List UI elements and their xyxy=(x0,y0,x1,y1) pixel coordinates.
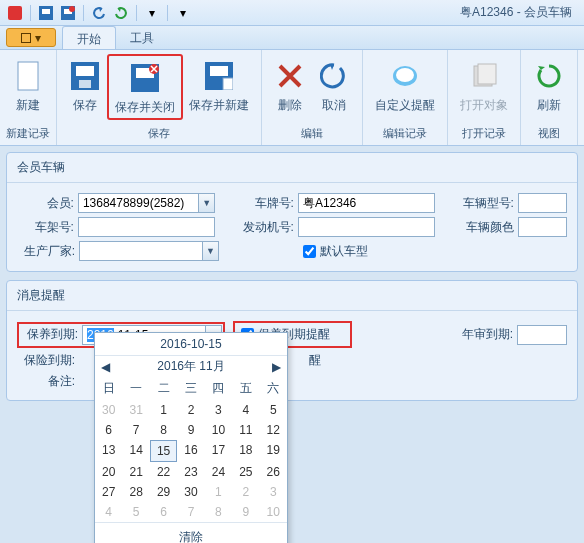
vin-input[interactable] xyxy=(79,218,214,236)
file-menu-button[interactable]: ▾ xyxy=(6,28,56,47)
maker-input[interactable] xyxy=(80,242,202,260)
calendar-day[interactable]: 2 xyxy=(177,400,204,420)
calendar-day[interactable]: 31 xyxy=(122,400,149,420)
ins-label: 保险到期: xyxy=(17,352,75,369)
qat-redo-icon[interactable] xyxy=(113,5,129,21)
ribbon-refresh-button[interactable]: 刷新 xyxy=(527,54,571,120)
save-close-icon xyxy=(129,62,161,94)
calendar-top-date: 2016-10-15 xyxy=(95,333,287,356)
vin-label: 车架号: xyxy=(17,219,74,236)
calendar-day[interactable]: 3 xyxy=(205,400,232,420)
calendar-day[interactable]: 4 xyxy=(95,502,122,522)
qat-dropdown-icon[interactable]: ▾ xyxy=(144,5,160,21)
calendar-day[interactable]: 30 xyxy=(177,482,204,502)
color-input[interactable] xyxy=(519,218,566,236)
calendar-day[interactable]: 7 xyxy=(177,502,204,522)
calendar-day[interactable]: 28 xyxy=(122,482,149,502)
calendar-day[interactable]: 27 xyxy=(95,482,122,502)
calendar-day[interactable]: 3 xyxy=(260,482,287,502)
ribbon-open-button: 打开对象 xyxy=(454,54,514,120)
calendar-day[interactable]: 8 xyxy=(150,420,177,440)
calendar-day[interactable]: 7 xyxy=(122,420,149,440)
calendar-day[interactable]: 9 xyxy=(232,502,259,522)
ribbon-group-title: 保存 xyxy=(57,124,261,145)
calendar-day[interactable]: 17 xyxy=(205,440,232,462)
qat-undo-icon[interactable] xyxy=(91,5,107,21)
member-dropdown-icon[interactable]: ▼ xyxy=(198,194,214,212)
ribbon-label: 自定义提醒 xyxy=(375,98,435,112)
maker-combo[interactable]: ▼ xyxy=(79,241,219,261)
calendar-day[interactable]: 9 xyxy=(177,420,204,440)
calendar-day[interactable]: 6 xyxy=(150,502,177,522)
calendar-day[interactable]: 5 xyxy=(122,502,149,522)
calendar-day[interactable]: 15 xyxy=(150,440,177,462)
delete-icon xyxy=(274,60,306,92)
date-picker-popup: 2016-10-15 ◀ 2016年 11月 ▶ 日一二三四五六30311234… xyxy=(94,332,288,543)
qat-save-close-icon[interactable] xyxy=(60,5,76,21)
model-label: 车辆型号: xyxy=(445,195,514,212)
plate-input[interactable] xyxy=(299,194,434,212)
calendar-day[interactable]: 10 xyxy=(205,420,232,440)
calendar-next-icon[interactable]: ▶ xyxy=(272,360,281,374)
calendar-day[interactable]: 30 xyxy=(95,400,122,420)
calendar-day[interactable]: 6 xyxy=(95,420,122,440)
maker-dropdown-icon[interactable]: ▼ xyxy=(202,242,218,260)
section-reminder: 消息提醒 保养到期: 2016-11-15 ▼ 保养到期提醒 年审到期: xyxy=(6,280,578,401)
calendar-day[interactable]: 11 xyxy=(232,420,259,440)
ribbon-delete-button[interactable]: 删除 xyxy=(268,54,312,120)
svg-rect-0 xyxy=(8,6,22,20)
ribbon-save-button[interactable]: 保存 xyxy=(63,54,107,120)
calendar-day[interactable]: 2 xyxy=(232,482,259,502)
calendar-day[interactable]: 14 xyxy=(122,440,149,462)
calendar-prev-icon[interactable]: ◀ xyxy=(101,360,110,374)
reminder-icon xyxy=(389,60,421,92)
model-input[interactable] xyxy=(519,194,566,212)
calendar-day[interactable]: 18 xyxy=(232,440,259,462)
calendar-grid: 日一二三四五六303112345678910111213141516171819… xyxy=(95,377,287,522)
tab-start[interactable]: 开始 xyxy=(62,26,116,49)
calendar-day[interactable]: 22 xyxy=(150,462,177,482)
calendar-day[interactable]: 1 xyxy=(205,482,232,502)
cancel-icon xyxy=(318,60,350,92)
qat-dropdown2-icon[interactable]: ▾ xyxy=(175,5,191,21)
qat-save-icon[interactable] xyxy=(38,5,54,21)
calendar-day[interactable]: 12 xyxy=(260,420,287,440)
engine-input[interactable] xyxy=(299,218,434,236)
member-combo[interactable]: ▼ xyxy=(78,193,215,213)
calendar-day[interactable]: 24 xyxy=(205,462,232,482)
calendar-day[interactable]: 10 xyxy=(260,502,287,522)
calendar-clear-button[interactable]: 清除 xyxy=(95,522,287,543)
calendar-day[interactable]: 1 xyxy=(150,400,177,420)
ribbon-file-new-button[interactable]: 新建 xyxy=(6,54,50,120)
ribbon-save-new-button[interactable]: 保存并新建 xyxy=(183,54,255,120)
default-type-input[interactable] xyxy=(303,245,316,258)
calendar-day[interactable]: 23 xyxy=(177,462,204,482)
member-input[interactable] xyxy=(79,194,198,212)
ribbon-reminder-button[interactable]: 自定义提醒 xyxy=(369,54,441,120)
ribbon-cancel-button[interactable]: 取消 xyxy=(312,54,356,120)
calendar-day[interactable]: 25 xyxy=(232,462,259,482)
ribbon-label: 保存并关闭 xyxy=(115,100,175,114)
ribbon-label: 删除 xyxy=(278,98,302,112)
calendar-month-label[interactable]: 2016年 11月 xyxy=(157,358,224,375)
calendar-day[interactable]: 8 xyxy=(205,502,232,522)
calendar-day[interactable]: 21 xyxy=(122,462,149,482)
ribbon-label: 保存并新建 xyxy=(189,98,249,112)
calendar-day[interactable]: 4 xyxy=(232,400,259,420)
default-type-checkbox[interactable]: 默认车型 xyxy=(303,243,368,260)
calendar-day[interactable]: 16 xyxy=(177,440,204,462)
calendar-day[interactable]: 20 xyxy=(95,462,122,482)
calendar-day[interactable]: 5 xyxy=(260,400,287,420)
ribbon-group-title: 编辑 xyxy=(262,124,362,145)
ribbon-save-close-button[interactable]: 保存并关闭 xyxy=(107,54,183,120)
app-icon xyxy=(7,5,23,21)
calendar-day[interactable]: 19 xyxy=(260,440,287,462)
window-title: 粤A12346 - 会员车辆 xyxy=(460,4,572,21)
calendar-day[interactable]: 13 xyxy=(95,440,122,462)
annual-input[interactable] xyxy=(518,326,566,344)
annual-label: 年审到期: xyxy=(443,326,513,343)
calendar-day[interactable]: 26 xyxy=(260,462,287,482)
calendar-day[interactable]: 29 xyxy=(150,482,177,502)
tab-tools[interactable]: 工具 xyxy=(116,26,168,49)
ribbon-group-title: 编辑记录 xyxy=(363,124,447,145)
